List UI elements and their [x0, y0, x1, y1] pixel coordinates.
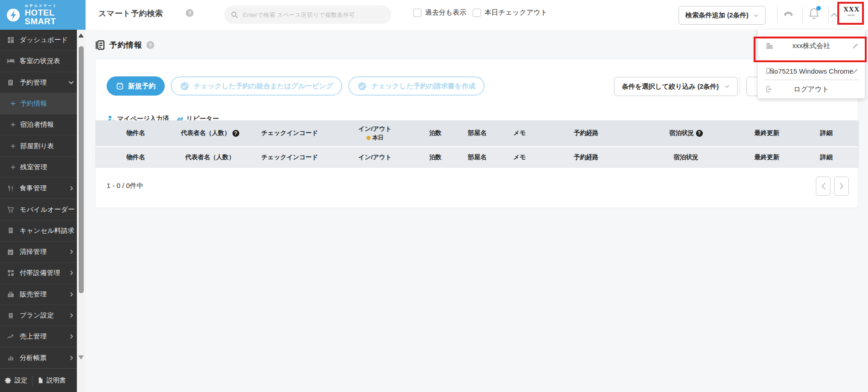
gear-icon [5, 377, 12, 384]
search-help-icon[interactable]: ? [186, 9, 194, 17]
chevron-right-icon [69, 270, 74, 275]
settings-button[interactable]: 設定 [0, 376, 32, 385]
scrollbar-thumb[interactable] [79, 46, 84, 293]
phone-icon[interactable] [783, 10, 794, 19]
sidebar-item-4[interactable]: 宿泊者情報 [0, 114, 77, 135]
clipboard-icon [5, 79, 16, 86]
page-title-help-icon[interactable]: ? [146, 41, 154, 49]
account-menu-item-2[interactable]: ログアウト [758, 80, 865, 98]
sidebar-item-6[interactable]: 残室管理 [0, 157, 77, 178]
edit-pencil-icon[interactable] [852, 42, 859, 50]
column-header-9: 最終更新 [740, 147, 794, 168]
sidebar-item-3[interactable]: 予約情報 [0, 93, 77, 114]
column-header-label: 最終更新 [755, 153, 779, 161]
shapes-icon [5, 269, 16, 277]
account-menu-button[interactable]: XXX xxx Inc. [841, 5, 862, 16]
today-badge-label: 本日 [372, 134, 384, 142]
checkbox-icon[interactable] [473, 9, 481, 17]
logo-title: HOTEL SMART [25, 9, 86, 26]
settings-label: 設定 [15, 376, 27, 385]
sidebar-item-7[interactable]: 食事管理 [0, 178, 77, 199]
collapse-chevron-up-icon[interactable] [830, 12, 838, 17]
filter-select-button[interactable]: 条件を選択して絞り込み (2条件) [614, 77, 738, 96]
plus-icon [9, 101, 17, 107]
column-header-label: 詳細 [820, 129, 833, 137]
sidebar-item-13[interactable]: プラン設定 [0, 305, 77, 326]
sidebar-item-9[interactable]: キャンセル料請求 [0, 220, 77, 242]
edit-pencil-icon[interactable] [852, 67, 859, 75]
sidebar-item-label: 予約管理 [20, 78, 67, 87]
create-invoice-label: チェックした予約の請求書を作成 [371, 82, 475, 91]
column-help-icon[interactable]: ? [232, 130, 239, 137]
register-icon [5, 290, 16, 298]
column-header-8: 宿泊状況? [632, 120, 740, 146]
column-header-label: 最終更新 [755, 129, 779, 137]
sidebar-item-8[interactable]: モバイルオーダー [0, 199, 77, 220]
column-header-9: 最終更新 [740, 120, 794, 146]
scroll-down-arrow-icon[interactable] [78, 355, 84, 360]
prev-page-button[interactable] [816, 177, 830, 196]
merge-group-button[interactable]: チェックした予約の統合またはグルーピング [171, 76, 342, 96]
account-menu-item-label: No75215 Windows Chrome [769, 67, 853, 75]
toolbar-divider [739, 77, 740, 95]
new-booking-button[interactable]: 新規予約 [107, 76, 165, 96]
chevron-down-icon [753, 13, 759, 18]
column-help-icon[interactable]: ? [696, 130, 703, 137]
scroll-up-arrow-icon[interactable] [78, 33, 84, 38]
column-header-3: イン/アウト [335, 147, 415, 168]
sidebar-item-1[interactable]: 客室の状況表 [0, 51, 77, 72]
column-header-label: 泊数 [429, 153, 442, 161]
logo-subtitle: ホテルスマート [25, 4, 86, 8]
column-header-label: 代表者名（人数） [181, 129, 231, 137]
sidebar-item-label: 分析帳票 [20, 354, 68, 362]
search-box [224, 5, 391, 24]
sidebar-item-11[interactable]: 付帯設備管理 [0, 263, 77, 284]
sidebar-item-2[interactable]: 予約管理 [0, 72, 77, 93]
next-page-button[interactable] [834, 177, 849, 196]
page-title-text: 予約情報 [109, 40, 142, 50]
column-header-label: メモ [513, 153, 526, 161]
chevron-right-icon [69, 186, 74, 191]
sidebar-item-12[interactable]: 販売管理 [0, 284, 77, 305]
sidebar-item-5[interactable]: 部屋割り表 [0, 135, 77, 156]
column-header-10: 詳細 [794, 120, 859, 146]
add-search-condition-button[interactable]: 検索条件追加 (2条件) [679, 6, 766, 25]
chevron-right-icon [69, 292, 74, 297]
account-menu-item-1[interactable]: No75215 Windows Chrome [758, 62, 865, 80]
app-logo[interactable]: ホテルスマート HOTEL SMART [0, 0, 86, 30]
column-header-label: 予約経路 [574, 129, 598, 137]
column-header-6: メモ [499, 147, 540, 168]
bookings-table: 物件名代表者名（人数）?チェックインコードイン/アウト本日泊数部屋名メモ予約経路… [96, 120, 859, 168]
today-checkout-checkbox[interactable]: 本日チェックアウト [473, 8, 547, 17]
sidebar-item-label: 客室の状況表 [20, 57, 74, 65]
plus-icon [9, 143, 17, 149]
manual-button[interactable]: 説明書 [32, 376, 70, 385]
circle-check-icon [357, 81, 367, 91]
book-icon [5, 312, 16, 319]
past-bookings-checkbox[interactable]: 過去分も表示 [413, 8, 466, 17]
sidebar-item-14[interactable]: 売上管理 [0, 326, 77, 347]
create-invoice-button[interactable]: チェックした予約の請求書を作成 [348, 76, 485, 96]
sidebar-item-label: 残室管理 [20, 163, 74, 172]
notification-dot [816, 6, 821, 11]
checkbox-icon[interactable] [413, 9, 421, 17]
sidebar-scrollbar[interactable] [77, 30, 86, 392]
column-header-10: 詳細 [794, 147, 859, 168]
account-logo: XXX [841, 5, 862, 13]
topbar: スマート予約検索 ? 過去分も表示 本日チェックアウト 検索条件追加 (2条件)… [86, 0, 868, 30]
sidebar-item-label: 販売管理 [20, 290, 68, 299]
calendar-icon [116, 82, 124, 90]
table-header-row-2: 物件名代表者名（人数）チェックインコードイン/アウト泊数部屋名メモ予約経路宿泊状… [96, 147, 859, 168]
sidebar-item-10[interactable]: 清掃管理 [0, 242, 77, 263]
column-header-label: 代表者名（人数） [185, 153, 235, 161]
account-menu-item-label: xxx株式会社 [793, 42, 830, 50]
search-input[interactable] [242, 11, 385, 19]
circle-check-icon [180, 81, 189, 91]
account-menu-item-0[interactable]: xxx株式会社 [758, 30, 865, 62]
today-checkout-label: 本日チェックアウト [485, 8, 547, 17]
manual-label: 説明書 [47, 376, 66, 385]
main-content: 予約情報 ? 新規予約 チェックした予約の統合またはグルーピング チェックした予… [86, 30, 868, 392]
sidebar-item-15[interactable]: 分析帳票 [0, 347, 77, 368]
sidebar-item-0[interactable]: ダッシュボード [0, 30, 77, 51]
notification-bell-icon[interactable] [809, 7, 819, 20]
